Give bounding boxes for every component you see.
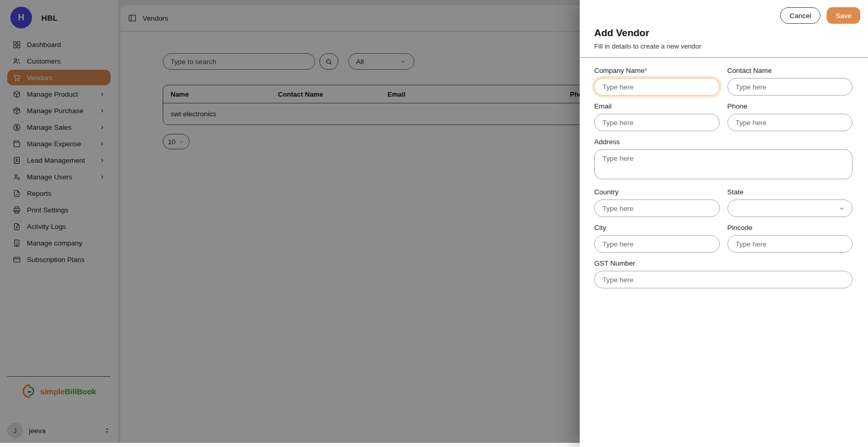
field-address: Address — [594, 138, 853, 181]
horizontal-scrollbar-track[interactable] — [0, 443, 580, 447]
pincode-input[interactable] — [727, 235, 853, 253]
country-label: Country — [594, 188, 720, 196]
phone-label: Phone — [727, 102, 853, 110]
cancel-button[interactable]: Cancel — [780, 7, 820, 24]
address-textarea[interactable] — [594, 149, 853, 179]
contact-name-label: Contact Name — [727, 67, 853, 74]
field-phone: Phone — [727, 102, 853, 131]
required-asterisk: * — [645, 67, 647, 74]
chevron-down-icon — [839, 205, 845, 212]
address-label: Address — [594, 138, 853, 146]
company-name-label: Company Name — [594, 67, 645, 74]
field-contact-name: Contact Name — [727, 67, 853, 96]
field-country: Country — [594, 188, 720, 217]
city-label: City — [594, 224, 720, 232]
drawer-subtitle: Fill in details to create a new vendor — [594, 42, 853, 50]
email-label: Email — [594, 102, 720, 110]
gst-number-label: GST Number — [594, 259, 853, 267]
phone-input[interactable] — [727, 114, 853, 131]
contact-name-input[interactable] — [727, 78, 853, 96]
field-state: State — [727, 188, 853, 217]
company-name-input[interactable] — [594, 78, 720, 96]
state-select[interactable] — [727, 199, 853, 217]
state-label: State — [727, 188, 853, 196]
drawer-divider — [580, 57, 868, 58]
modal-overlay[interactable] — [0, 0, 580, 447]
gst-number-input[interactable] — [594, 271, 853, 288]
field-gst-number: GST Number — [594, 259, 853, 288]
add-vendor-form: Company Name* Contact Name Email Phone A… — [594, 67, 853, 288]
pincode-label: Pincode — [727, 224, 853, 232]
field-city: City — [594, 224, 720, 253]
save-button[interactable]: Save — [827, 7, 860, 24]
country-input[interactable] — [594, 199, 720, 217]
add-vendor-drawer: Cancel Save Add Vendor Fill in details t… — [580, 0, 868, 447]
city-input[interactable] — [594, 235, 720, 253]
field-company-name: Company Name* — [594, 67, 720, 96]
field-email: Email — [594, 102, 720, 131]
field-pincode: Pincode — [727, 224, 853, 253]
email-input[interactable] — [594, 114, 720, 131]
drawer-actions: Cancel Save — [594, 0, 860, 24]
drawer-title: Add Vendor — [594, 27, 853, 39]
